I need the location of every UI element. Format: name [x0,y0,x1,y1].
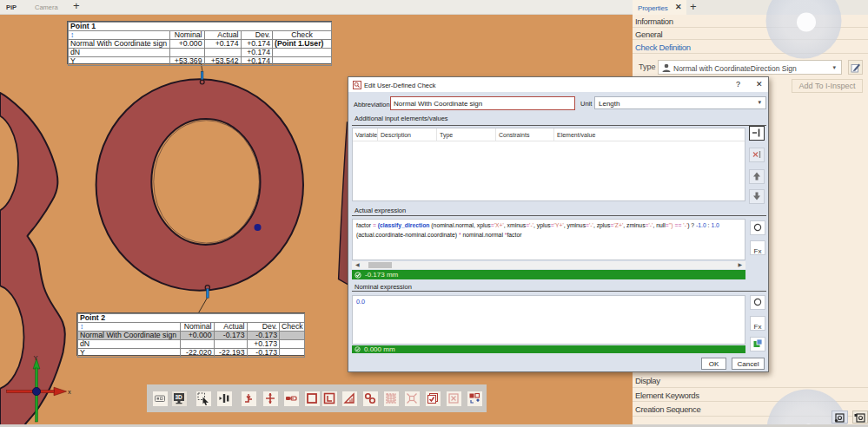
svg-text:Y: Y [34,354,38,362]
svg-text:x: x [68,388,71,396]
svg-text:3D: 3D [176,394,183,400]
